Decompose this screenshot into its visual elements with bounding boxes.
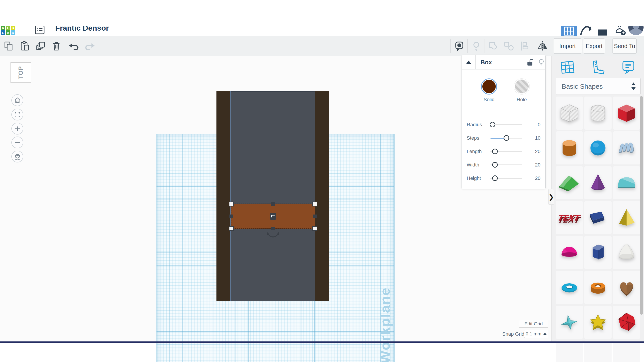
slider-knob[interactable]	[492, 175, 498, 181]
shape-tile-sphere[interactable]	[584, 131, 612, 164]
perspective-toggle-button[interactable]	[12, 151, 23, 162]
snap-grid-select[interactable]: 0.1 mm	[524, 330, 548, 338]
hide-shape-icon[interactable]	[537, 58, 546, 66]
design-properties-icon[interactable]	[34, 26, 46, 36]
user-avatar[interactable]	[628, 26, 644, 35]
slider-knob[interactable]	[492, 149, 498, 154]
scale-handle[interactable]	[229, 226, 234, 231]
ungroup-button[interactable]	[504, 41, 514, 51]
scene-object-right-bar[interactable]	[315, 91, 329, 301]
shape-tile-paraboloid[interactable]	[613, 236, 640, 269]
tinkercad-logo[interactable]: KERCAD	[1, 26, 15, 35]
collapse-inspector-button[interactable]	[462, 55, 476, 69]
scene-object-left-bar[interactable]	[216, 91, 230, 301]
shape-category-value: Basic Shapes	[562, 83, 603, 90]
shape-tile-roof[interactable]	[556, 166, 583, 199]
slider-knob[interactable]	[504, 135, 509, 141]
svg-text:TEXT: TEXT	[557, 214, 582, 222]
workplane-tool-icon[interactable]	[560, 59, 575, 75]
shape-tile-text[interactable]: TEXTTEXT	[556, 201, 583, 234]
show-all-button[interactable]	[454, 41, 465, 51]
height-handle[interactable]	[270, 213, 276, 220]
slider-knob[interactable]	[490, 122, 495, 127]
slider-track[interactable]	[490, 178, 522, 179]
shape-tile-tube[interactable]	[584, 271, 612, 304]
slider-track[interactable]	[490, 164, 522, 165]
delete-button[interactable]	[51, 41, 62, 51]
notes-tool-icon[interactable]	[620, 59, 636, 75]
shape-tile-half-sphere[interactable]	[556, 236, 583, 269]
view-cube-label: TOP	[18, 66, 24, 79]
design-title[interactable]: Frantic Densor	[55, 26, 109, 32]
solid-option[interactable]	[481, 78, 497, 94]
slider-track[interactable]	[490, 124, 522, 125]
slider-track[interactable]	[490, 151, 522, 152]
duplicate-button[interactable]	[35, 41, 46, 51]
scale-handle[interactable]	[312, 202, 317, 206]
shapes-scrollbar[interactable]	[640, 96, 643, 315]
export-button[interactable]: Export	[583, 38, 605, 54]
scene-object-slab[interactable]	[230, 91, 315, 301]
shape-tile-wedge[interactable]	[584, 201, 612, 234]
star-5-icon	[586, 310, 610, 335]
flag-icon[interactable]	[598, 29, 607, 35]
select-arrows-icon	[631, 82, 636, 90]
scale-handle[interactable]	[312, 226, 317, 231]
toolbar-divider	[517, 39, 517, 53]
redo-button[interactable]	[84, 41, 95, 51]
logo-tile: A	[6, 30, 10, 35]
edge-scale-handle[interactable]	[313, 215, 317, 218]
scale-handle[interactable]	[229, 202, 234, 206]
edit-grid-button[interactable]: Edit Grid	[519, 320, 548, 328]
ruler-tool-icon[interactable]	[590, 59, 606, 75]
avatar-shoulders	[629, 29, 643, 35]
view-cube[interactable]: TOP	[10, 62, 31, 83]
notifications-add-icon[interactable]	[614, 26, 627, 36]
shape-tile-cylinder-hole[interactable]	[584, 96, 612, 130]
shape-tile-cylinder[interactable]	[556, 131, 583, 164]
shape-tile-torus[interactable]	[556, 271, 583, 304]
heart-icon	[614, 275, 639, 300]
collapse-shapes-panel-button[interactable]: ❯	[548, 189, 554, 205]
zoom-out-button[interactable]	[12, 137, 23, 148]
shape-tile-box[interactable]	[613, 96, 640, 130]
shape-tile-polygon[interactable]	[584, 236, 612, 269]
shape-category-select[interactable]: Basic Shapes	[556, 78, 641, 95]
shape-tile-partial[interactable]	[556, 341, 583, 362]
toolbar-divider	[467, 39, 468, 53]
home-view-button[interactable]	[12, 94, 23, 106]
mirror-button[interactable]	[537, 41, 548, 51]
shape-tile-partial[interactable]	[613, 341, 640, 362]
hole-option[interactable]	[514, 78, 530, 94]
shape-tile-pyramid[interactable]	[613, 201, 640, 234]
slider-track[interactable]	[490, 138, 522, 139]
slider-knob[interactable]	[492, 162, 498, 168]
box-icon	[614, 100, 639, 126]
undo-button[interactable]	[69, 41, 80, 51]
send-to-button[interactable]: Send To	[612, 38, 636, 54]
shape-tile-scribble[interactable]	[613, 131, 640, 164]
shape-tile-box-hole[interactable]	[556, 96, 583, 130]
shape-tile-star-5[interactable]	[584, 306, 612, 339]
group-button[interactable]	[488, 41, 499, 51]
shape-tile-icosahedron[interactable]	[613, 306, 640, 339]
edge-scale-handle[interactable]	[271, 227, 275, 230]
copy-button[interactable]	[3, 41, 14, 51]
code-blocks-button[interactable]	[561, 26, 577, 36]
zoom-in-button[interactable]	[12, 123, 23, 134]
lock-icon[interactable]	[526, 58, 534, 66]
edge-scale-handle[interactable]	[271, 202, 275, 206]
shape-tile-round-roof[interactable]	[613, 166, 640, 199]
shape-tile-cone[interactable]	[584, 166, 612, 199]
import-button[interactable]: Import	[553, 38, 582, 54]
edge-scale-handle[interactable]	[230, 215, 233, 218]
scribble-mode-icon[interactable]	[580, 26, 592, 35]
rotate-handle[interactable]	[266, 232, 280, 240]
light-toggle-button[interactable]	[471, 41, 482, 51]
shape-tile-partial[interactable]	[584, 341, 612, 362]
paste-button[interactable]	[19, 41, 30, 51]
shape-tile-star-4[interactable]	[556, 306, 583, 339]
shape-tile-heart[interactable]	[613, 271, 640, 304]
fit-view-button[interactable]	[12, 109, 23, 120]
align-button[interactable]	[520, 41, 530, 51]
